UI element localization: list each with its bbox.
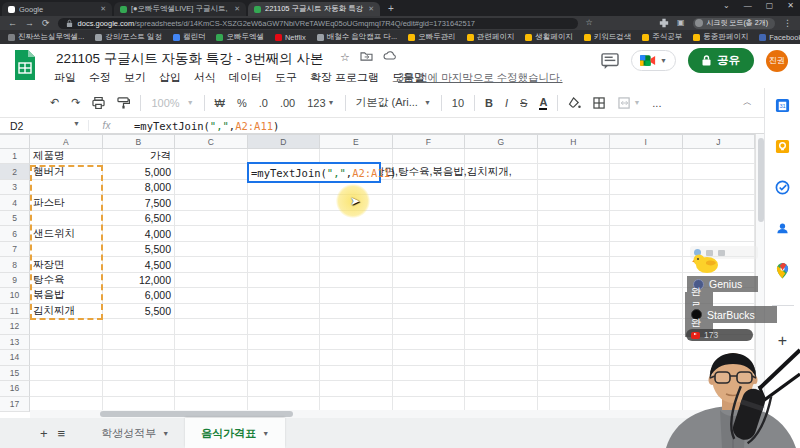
cell-B5[interactable]: 6,500 — [103, 211, 176, 226]
row-number-6[interactable]: 6 — [0, 226, 30, 241]
cell-C13[interactable] — [175, 335, 248, 350]
formula-input[interactable]: =myTextJoin(",",A2:A11) — [124, 120, 279, 132]
cell-H16[interactable] — [538, 381, 611, 396]
cell-A15[interactable] — [30, 366, 103, 381]
bold-button[interactable]: B — [485, 97, 493, 109]
bookmark-item[interactable]: 오빠두관리 — [408, 32, 456, 42]
comment-history-icon[interactable] — [601, 53, 619, 69]
browser-tab-live[interactable]: [●오빠두엑셀LIVE] 구글시트, 드 ✕ — [114, 2, 246, 16]
cell-F1[interactable] — [393, 149, 466, 164]
cell-H4[interactable] — [538, 195, 611, 210]
font-size-select[interactable]: 10 — [452, 97, 464, 109]
cell-H10[interactable] — [538, 288, 611, 303]
text-color-button[interactable]: A — [539, 96, 547, 110]
decrease-decimal-button[interactable]: .0 — [259, 97, 268, 109]
cell-G16[interactable] — [465, 381, 538, 396]
cell-G9[interactable] — [465, 273, 538, 288]
cell-I4[interactable] — [610, 195, 683, 210]
bookmark-item[interactable]: 동종판페이지 — [693, 32, 748, 42]
cell-F14[interactable] — [393, 350, 466, 365]
cell-J4[interactable] — [683, 195, 756, 210]
menu-수정[interactable]: 수정 — [89, 70, 111, 85]
bookmark-item[interactable]: 키워드검색 — [584, 32, 632, 42]
cell-D16[interactable] — [248, 381, 321, 396]
cell-A14[interactable] — [30, 350, 103, 365]
horizontal-scrollbar[interactable] — [30, 410, 755, 418]
minimize-button[interactable]: — — [744, 1, 752, 10]
cell-G6[interactable] — [465, 226, 538, 241]
undo-icon[interactable]: ↶ — [50, 96, 59, 109]
cell-D5[interactable] — [248, 211, 321, 226]
cell-G15[interactable] — [465, 366, 538, 381]
menu-파일[interactable]: 파일 — [54, 70, 76, 85]
cloud-status-icon[interactable] — [383, 51, 397, 61]
user-avatar[interactable]: 진권 — [766, 50, 788, 72]
cell-D9[interactable] — [248, 273, 321, 288]
print-icon[interactable] — [92, 97, 105, 109]
cell-C8[interactable] — [175, 257, 248, 272]
back-icon[interactable]: ← — [8, 19, 17, 28]
row-number-12[interactable]: 12 — [0, 319, 30, 334]
cell-H7[interactable] — [538, 242, 611, 257]
cell-D6[interactable] — [248, 226, 321, 241]
menu-확장 프로그램[interactable]: 확장 프로그램 — [310, 70, 379, 85]
browser-tab-current[interactable]: 221105 구글시트 자동화 특강 - ✕ — [248, 2, 380, 16]
cell-I6[interactable] — [610, 226, 683, 241]
row-number-14[interactable]: 14 — [0, 350, 30, 365]
bookmark-item[interactable]: 주식공부 — [642, 32, 682, 42]
cell-G1[interactable] — [465, 149, 538, 164]
row-number-9[interactable]: 9 — [0, 273, 30, 288]
cell-J3[interactable] — [683, 180, 756, 195]
more-toolbar-button[interactable]: ... — [652, 97, 661, 109]
cell-A12[interactable] — [30, 319, 103, 334]
strikethrough-button[interactable]: S — [520, 97, 527, 109]
more-formats-button[interactable]: 123▼ — [307, 97, 334, 109]
cell-G12[interactable] — [465, 319, 538, 334]
cell-B2[interactable]: 5,000 — [103, 164, 176, 179]
document-title[interactable]: 221105 구글시트 자동화 특강 - 3번째의 사본 — [56, 50, 324, 68]
cell-F9[interactable] — [393, 273, 466, 288]
cell-E7[interactable] — [320, 242, 393, 257]
move-folder-icon[interactable] — [360, 51, 373, 62]
bookmark-star-icon[interactable]: ☆ — [586, 19, 593, 27]
all-sheets-icon[interactable]: ≡ — [58, 426, 66, 441]
cell-F5[interactable] — [393, 211, 466, 226]
cell-E13[interactable] — [320, 335, 393, 350]
cell-C9[interactable] — [175, 273, 248, 288]
row-number-15[interactable]: 15 — [0, 366, 30, 381]
select-all-corner[interactable] — [0, 134, 30, 149]
cell-F13[interactable] — [393, 335, 466, 350]
row-number-11[interactable]: 11 — [0, 304, 30, 319]
row-number-8[interactable]: 8 — [0, 257, 30, 272]
cell-D14[interactable] — [248, 350, 321, 365]
extensions-icon[interactable] — [659, 18, 669, 28]
cell-E9[interactable] — [320, 273, 393, 288]
browser-tab-google[interactable]: Google ✕ — [2, 2, 112, 16]
cell-I9[interactable] — [610, 273, 683, 288]
increase-decimal-button[interactable]: .00 — [280, 97, 295, 109]
menu-삽입[interactable]: 삽입 — [159, 70, 181, 85]
bookmark-item[interactable]: 캘린더 — [173, 32, 206, 42]
cell-A3[interactable] — [30, 180, 103, 195]
cell-F15[interactable] — [393, 366, 466, 381]
cell-J1[interactable] — [683, 149, 756, 164]
cell-G4[interactable] — [465, 195, 538, 210]
column-header-J[interactable]: J — [683, 134, 756, 149]
bookmark-item[interactable]: 강의/포스트 일정 — [95, 32, 162, 42]
sheet-tab-학생성적부[interactable]: 학생성적부▼ — [85, 418, 185, 448]
row-number-7[interactable]: 7 — [0, 242, 30, 257]
menu-데이터[interactable]: 데이터 — [229, 70, 262, 85]
spreadsheet-grid[interactable]: ABCDEFGHIJ 1제품명가격2햄버거5,00038,0004파스타7,50… — [0, 134, 755, 412]
cell-H8[interactable] — [538, 257, 611, 272]
cell-I8[interactable] — [610, 257, 683, 272]
cell-F7[interactable] — [393, 242, 466, 257]
column-header-B[interactable]: B — [103, 134, 176, 149]
zoom-select[interactable]: 100% ▼ — [151, 97, 193, 109]
bookmark-item[interactable]: 생활페이지 — [525, 32, 573, 42]
column-header-F[interactable]: F — [393, 134, 466, 149]
cell-A5[interactable] — [30, 211, 103, 226]
cell-C11[interactable] — [175, 304, 248, 319]
row-number-5[interactable]: 5 — [0, 211, 30, 226]
bookmark-item[interactable]: 관련페이지 — [467, 32, 515, 42]
column-header-A[interactable]: A — [30, 134, 103, 149]
